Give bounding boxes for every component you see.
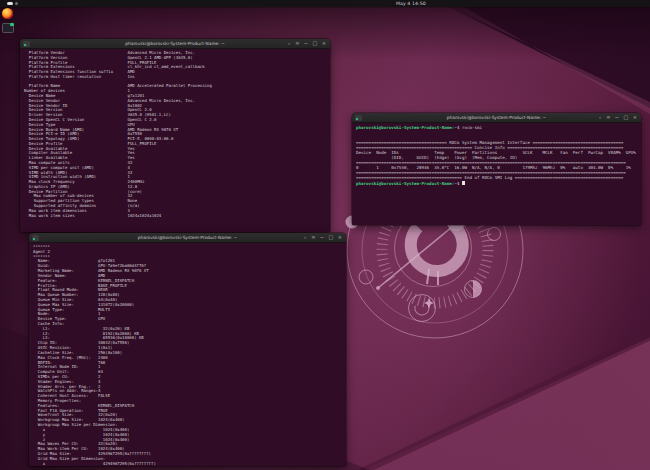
menu-icon[interactable]: ≡: [311, 233, 315, 242]
dock: [2, 8, 13, 33]
terminal-icon: [2, 23, 14, 34]
window-title: pharovski@borovski-System-Product-Name: …: [447, 113, 546, 122]
maximize-icon[interactable]: □: [313, 39, 318, 48]
minimize-icon[interactable]: −: [320, 233, 324, 242]
prompt-command: $ rocm-smi: [457, 125, 482, 130]
terminal-cursor[interactable]: [462, 181, 465, 186]
window-title: pharovski@borovski-System-Product-Name: …: [138, 233, 237, 242]
planet-hollow-right: [488, 228, 501, 241]
prompt-user: pharovski@borovski-System-Product-Name: [356, 125, 452, 130]
workspace-pill-inactive[interactable]: [15, 2, 18, 5]
window-titlebar[interactable]: pharovski@borovski-System-Product-Name: …: [29, 233, 346, 243]
close-icon[interactable]: ×: [322, 39, 326, 48]
workspace-pill-active[interactable]: [7, 2, 13, 5]
prompt-user: pharovski@borovski-System-Product-Name: [356, 181, 452, 186]
sparkle-star: [424, 298, 434, 308]
workspace-indicator[interactable]: [7, 2, 18, 5]
terminal-content-area[interactable]: Platform Vendor Advanced Micro Devices, …: [20, 49, 330, 232]
terminal-window-rocm-smi: pharovski@borovski-System-Product-Name: …: [352, 113, 641, 225]
terminal-app-icon[interactable]: [355, 115, 362, 122]
terminal-window-rocminfo: pharovski@borovski-System-Product-Name: …: [29, 233, 346, 466]
firefox-dock-icon[interactable]: [2, 8, 13, 19]
clock[interactable]: May 4 14:50: [396, 1, 426, 6]
terminal-content-area[interactable]: ******* Agent 2 ******* Name: gfx1201 Uu…: [29, 243, 346, 466]
planet-half: [465, 281, 482, 298]
rocminfo-output: ******* Agent 2 ******* Name: gfx1201 Uu…: [33, 245, 346, 466]
search-icon[interactable]: ⌕: [599, 113, 602, 122]
prompt-dollar: $: [457, 181, 460, 186]
maximize-icon[interactable]: □: [329, 233, 334, 242]
window-titlebar[interactable]: pharovski@borovski-System-Product-Name: …: [20, 39, 330, 49]
needle-hand: [378, 222, 458, 288]
window-titlebar[interactable]: pharovski@borovski-System-Product-Name: …: [352, 113, 641, 123]
close-icon[interactable]: ×: [633, 113, 637, 122]
running-indicator-dot: [10, 23, 13, 26]
sparkle-circle: [409, 295, 436, 322]
window-title: pharovski@borovski-System-Product-Name: …: [125, 39, 224, 48]
planet-hollow-left: [359, 270, 373, 284]
minimize-icon[interactable]: −: [304, 39, 308, 48]
close-icon[interactable]: ×: [338, 233, 342, 242]
top-panel: May 4 14:50: [0, 0, 650, 7]
firefox-icon: [2, 8, 13, 19]
minimize-icon[interactable]: −: [615, 113, 619, 122]
terminal-window-clinfo: pharovski@borovski-System-Product-Name: …: [20, 39, 330, 232]
terminal-content-area[interactable]: pharovski@borovski-System-Product-Name:~…: [352, 123, 641, 225]
search-icon[interactable]: ⌕: [288, 39, 291, 48]
maximize-icon[interactable]: □: [624, 113, 629, 122]
terminal-dock-icon[interactable]: [2, 22, 13, 33]
bird-legs: [427, 269, 438, 285]
bird-body: [411, 224, 463, 271]
menu-icon[interactable]: ≡: [295, 39, 299, 48]
menu-icon[interactable]: ≡: [606, 113, 610, 122]
rocm-smi-output: pharovski@borovski-System-Product-Name:~…: [356, 125, 641, 186]
clinfo-output: Platform Vendor Advanced Micro Devices, …: [24, 51, 330, 218]
search-icon[interactable]: ⌕: [304, 233, 307, 242]
terminal-app-icon[interactable]: [23, 41, 30, 48]
terminal-app-icon[interactable]: [32, 235, 39, 242]
